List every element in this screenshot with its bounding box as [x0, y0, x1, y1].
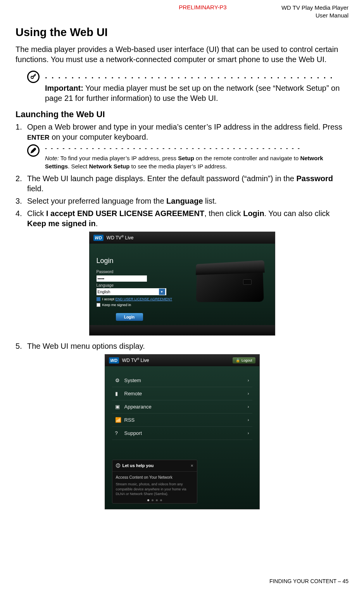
step-4: Click I accept END USER LICENSE AGREEMEN…: [16, 208, 348, 228]
menu-item-appearance[interactable]: ▣Appearance ›: [112, 400, 252, 414]
key-icon: [27, 71, 40, 83]
login-heading: Login: [97, 257, 174, 265]
important-callout: . . . . . . . . . . . . . . . . . . . . …: [27, 71, 348, 103]
chevron-right-icon: ›: [248, 378, 249, 383]
main-menu: ⚙System › ▮Remote › ▣Appearance › 📶RSS ›…: [112, 374, 252, 440]
pen-icon: [27, 144, 40, 157]
language-value: English: [98, 290, 110, 294]
accept-eula-checkbox[interactable]: I accept END USER LICENSE AGREEMENT: [97, 297, 174, 301]
logout-button[interactable]: 🔒Logout: [233, 357, 255, 364]
keep-signed-in-checkbox[interactable]: Keep me signed in: [97, 303, 174, 307]
chevron-right-icon: ›: [248, 404, 249, 409]
close-icon[interactable]: ×: [191, 463, 193, 468]
svg-point-0: [31, 76, 33, 79]
menu-item-system[interactable]: ⚙System ›: [112, 374, 252, 387]
help-title: Let us help you: [122, 463, 154, 468]
chevron-right-icon: ›: [248, 417, 249, 422]
step-3: Select your preferred language from the …: [16, 196, 348, 206]
svg-point-1: [35, 148, 36, 149]
password-label: Password: [97, 270, 174, 274]
fig1-topbar: WD WD TV® Live: [90, 232, 275, 244]
chevron-right-icon: ›: [248, 431, 249, 435]
help-subtitle: Access Content on Your Network: [116, 475, 193, 480]
menu-item-remote[interactable]: ▮Remote ›: [112, 387, 252, 400]
page-footer: FINDING YOUR CONTENT – 45: [269, 578, 348, 584]
language-select[interactable]: English ▾: [97, 288, 166, 295]
preliminary-stamp: PRELIMINARY-P3: [70, 4, 281, 10]
manual-title: WD TV Play Media Player User Manual: [281, 4, 348, 19]
rss-icon: 📶: [115, 417, 121, 422]
dotted-rule: - - - - - - - - - - - - - - - - - - - - …: [45, 144, 348, 152]
help-card: ⓘLet us help you × Access Content on You…: [112, 460, 197, 504]
menu-item-support[interactable]: ?Support ›: [112, 427, 252, 440]
important-label: Important:: [45, 84, 83, 92]
language-label: Language: [97, 283, 174, 287]
question-icon: ?: [115, 430, 121, 436]
menu-item-rss[interactable]: 📶RSS ›: [112, 414, 252, 427]
password-input[interactable]: [97, 275, 147, 282]
login-button[interactable]: Login: [116, 313, 143, 321]
brand-text: WD TV® Live: [107, 235, 134, 241]
note-callout: - - - - - - - - - - - - - - - - - - - - …: [27, 144, 348, 170]
pager-dots: [147, 499, 162, 501]
wd-logo: WD: [109, 357, 119, 364]
info-icon: ⓘ: [116, 463, 120, 468]
step-5: The Web UI menu options display.: [16, 341, 348, 351]
lock-icon: 🔒: [236, 358, 240, 362]
brand-text: WD TV® Live: [122, 357, 149, 363]
intro-paragraph: The media player provides a Web-based us…: [16, 44, 348, 64]
image-icon: ▣: [115, 404, 121, 409]
manual-title-line2: User Manual: [281, 12, 348, 19]
help-body: Stream music, photos, and videos from an…: [116, 482, 193, 496]
important-text: Your media player must be set up on the …: [45, 84, 340, 102]
gear-icon: ⚙: [115, 377, 121, 383]
page-header: PRELIMINARY-P3 WD TV Play Media Player U…: [16, 4, 348, 19]
wd-logo: WD: [93, 235, 104, 241]
heading-main: Using the Web UI: [16, 26, 348, 39]
device-illustration: [189, 255, 266, 306]
dotted-rule: . . . . . . . . . . . . . . . . . . . . …: [45, 71, 348, 81]
manual-title-line1: WD TV Play Media Player: [281, 4, 348, 12]
step-2: The Web UI launch page displays. Enter t…: [16, 173, 348, 194]
heading-launching: Launching the Web UI: [16, 109, 348, 119]
figure-login-screen: WD WD TV® Live Login Password Language E…: [89, 232, 275, 336]
remote-icon: ▮: [115, 391, 121, 396]
step-1: Open a Web brower and type in your media…: [16, 122, 348, 142]
chevron-right-icon: ›: [248, 391, 249, 396]
eula-link[interactable]: END USER LICENSE AGREEMENT: [116, 297, 173, 301]
chevron-down-icon: ▾: [159, 289, 165, 295]
figure-menu-screen: WD WD TV® Live 🔒Logout ⚙System › ▮Remote…: [105, 354, 260, 509]
